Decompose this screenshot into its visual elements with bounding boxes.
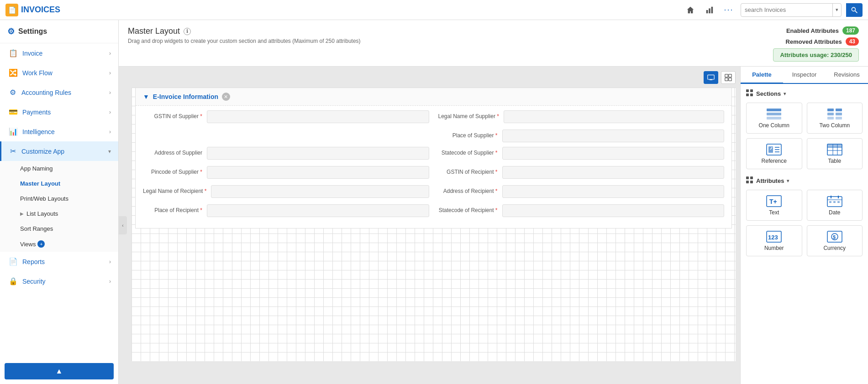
form-col-place-state-supplier: Place of Supplier Statecode of Supplier [438,130,725,160]
svg-rect-1 [709,8,710,13]
subitem-master-layout[interactable]: Master Layout [0,176,118,191]
input-place-supplier[interactable] [502,130,725,142]
sidebar-label-payments: Payments [22,109,105,116]
palette-two-column[interactable]: Two Column [807,103,863,134]
sections-expand-icon[interactable]: ▾ [784,91,786,96]
more-button[interactable]: ··· [721,3,736,17]
rp-sections-header: Sections ▾ [746,89,863,98]
form-col-address-supplier: Address of Supplier [143,130,429,160]
form-col-pincode-supplier: Pincode of Supplier [143,166,429,179]
search-dropdown-button[interactable]: ▾ [832,4,841,16]
label-gstin-supplier: GSTIN of Supplier [143,113,202,123]
svg-rect-23 [836,117,842,119]
subitem-sort-ranges[interactable]: Sort Ranges [0,221,118,236]
sidebar-item-accounting[interactable]: ⚙ Accounting Rules › [0,83,118,102]
palette-date[interactable]: Date [807,190,863,221]
search-button[interactable] [846,3,863,17]
desktop-view-button[interactable] [704,71,718,84]
tab-palette[interactable]: Palette [741,67,783,84]
info-icon[interactable]: ℹ [184,28,191,35]
input-gstin-recipient[interactable] [502,166,725,179]
sidebar-item-workflow[interactable]: 🔀 Work Flow › [0,63,118,83]
app-title: INVOICES [21,5,60,15]
form-col-legal-name-recipient: Legal Name of Recipient [143,185,429,198]
attributes-area: Enabled Attributes 187 Removed Attribute… [773,26,859,62]
subitem-list-layouts[interactable]: List Layouts [0,206,118,221]
form-col-gstin-recipient: GSTIN of Recipient [438,166,725,179]
palette-text[interactable]: T+ Text [746,190,802,221]
sidebar-bottom: ▲ [0,358,118,384]
subitem-print-web[interactable]: Print/Web Layouts [0,191,118,206]
input-state-recipient[interactable] [502,204,725,217]
svg-rect-25 [768,146,773,153]
input-place-recipient[interactable] [207,204,429,217]
svg-rect-11 [746,89,749,92]
input-state-supplier[interactable] [502,147,725,160]
enabled-attr-badge: 187 [842,26,859,35]
label-address-recipient: Address of Recipient [438,188,498,198]
sidebar-item-security[interactable]: 🔒 Security › [0,271,118,291]
text-label: Text [749,209,799,216]
logo-icon: 📄 [5,4,18,16]
sidebar-item-invoice[interactable]: 📋 Invoice › [0,43,118,63]
svg-rect-10 [729,78,731,81]
tab-inspector[interactable]: Inspector [783,67,826,84]
sidebar-item-reports[interactable]: 📄 Reports › [0,252,118,271]
grid-view-button[interactable] [721,71,736,84]
svg-rect-18 [827,109,834,111]
label-address-supplier: Address of Supplier [143,150,202,160]
sections-palette-grid: One Column [746,103,863,169]
svg-rect-7 [725,74,728,77]
section-einvoice: ▼ E-Invoice Information ✕ GSTIN of Suppl… [135,88,732,228]
input-address-supplier[interactable] [207,147,429,160]
sidebar-label-security: Security [22,278,105,285]
text-icon: T+ [749,195,799,208]
two-column-label: Two Column [810,122,860,129]
chart-button[interactable] [702,3,717,17]
section-collapse-icon[interactable]: ▼ [143,93,149,100]
input-address-recipient[interactable] [502,185,725,198]
main-layout: ⚙ Settings 📋 Invoice › 🔀 Work Flow › ⚙ A… [0,20,868,384]
sidebar-item-intelligence[interactable]: 📊 Intelligence › [0,122,118,141]
removed-attr-badge: 43 [846,37,859,46]
input-legal-name-recipient[interactable] [211,185,429,198]
subitem-app-naming[interactable]: App Naming [0,161,118,176]
palette-reference[interactable]: Reference [746,138,802,169]
views-add-icon[interactable]: + [37,240,45,248]
home-button[interactable] [683,3,698,17]
input-pincode-supplier[interactable] [207,166,429,179]
tab-revisions[interactable]: Revisions [826,67,868,84]
form-row-4: Legal Name of Recipient Address of Recip… [143,185,724,198]
attributes-expand-icon[interactable]: ▾ [787,178,789,183]
main-content: Master Layout ℹ Drag and drop widgets to… [119,20,868,384]
svg-rect-16 [767,113,781,115]
svg-rect-19 [836,109,842,111]
palette-table[interactable]: Table [807,138,863,169]
input-gstin-supplier[interactable] [207,110,429,123]
search-input[interactable] [741,6,832,13]
svg-rect-22 [827,117,834,119]
palette-one-column[interactable]: One Column [746,103,802,134]
state-supplier-group: Statecode of Supplier [438,147,725,160]
subitem-views[interactable]: Views + [0,236,118,252]
scroll-up-button[interactable]: ▲ [5,363,114,379]
palette-currency[interactable]: $ Currency [807,225,863,256]
svg-rect-12 [750,89,753,92]
sidebar-item-payments[interactable]: 💳 Payments › [0,102,118,122]
form-row-2: Address of Supplier Place of Supplier [143,130,724,160]
payments-arrow-icon: › [109,109,111,115]
input-legal-name-supplier[interactable] [504,110,724,123]
svg-rect-2 [711,6,713,13]
rp-attributes-header: Attributes ▾ [746,176,863,185]
sidebar-item-customize[interactable]: ✂ Customize App ▾ [0,141,118,161]
svg-rect-17 [767,117,781,119]
svg-rect-21 [836,113,842,115]
sidebar-label-workflow: Work Flow [22,69,105,77]
intelligence-arrow-icon: › [109,129,111,135]
palette-number[interactable]: 123 Number [746,225,802,256]
accounting-arrow-icon: › [109,89,111,96]
svg-rect-9 [725,78,728,81]
section-close-button[interactable]: ✕ [222,93,230,101]
customize-icon: ✂ [9,147,17,156]
collapse-sidebar-button[interactable]: ‹ [119,216,127,234]
